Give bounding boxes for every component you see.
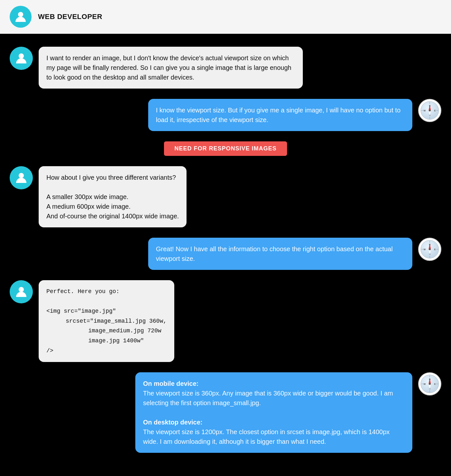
need-for-responsive-images-badge: NEED FOR RESPONSIVE IMAGES	[164, 141, 287, 156]
person-icon	[15, 171, 28, 184]
bubble-2: I know the viewport size. But if you giv…	[148, 99, 412, 131]
message-5: Perfect. Here you go: <img src="image.jp…	[10, 280, 441, 362]
svg-point-14	[19, 173, 24, 178]
message-2: N S E W I know the viewport size. But if…	[10, 99, 441, 131]
message-4: N S E W Great! Now I have all the inform…	[10, 238, 441, 270]
bubble-1: I want to render an image, but I don't k…	[39, 47, 303, 89]
bubble-3-line4: And of-course the original 1400px wide i…	[46, 213, 179, 220]
bubble-3-line2: A smaller 300px wide image.	[46, 193, 129, 200]
user-avatar-5	[10, 280, 33, 303]
compass-icon: N S E W	[420, 101, 439, 120]
code-line-2: srcset="image_small.jpg 360w,	[46, 318, 167, 324]
header-avatar	[10, 6, 32, 28]
user-avatar-1	[10, 47, 33, 70]
mobile-label: On mobile device:	[143, 380, 198, 387]
svg-text:W: W	[424, 109, 426, 112]
svg-text:E: E	[434, 248, 436, 251]
svg-point-13	[429, 109, 431, 111]
message-6: N S E W On mobile device: The viewport s…	[10, 372, 441, 453]
message-3: How about I give you three different var…	[10, 166, 441, 227]
desktop-text: The viewport size is 1200px. The closest…	[143, 428, 390, 445]
svg-text:E: E	[434, 109, 436, 112]
mobile-text: The viewport size is 360px. Any image th…	[143, 390, 393, 406]
header: WEB DEVELOPER	[0, 0, 451, 34]
compass-avatar-4: N S E W	[418, 238, 441, 261]
code-line-4: image.jpg 1400w"	[46, 338, 144, 344]
header-title: WEB DEVELOPER	[38, 13, 102, 21]
bubble-3-line1: How about I give you three different var…	[46, 174, 176, 181]
compass-avatar-2: N S E W	[418, 99, 441, 122]
compass-icon: N S E W	[420, 374, 439, 394]
svg-point-27	[19, 287, 24, 292]
person-icon	[15, 52, 28, 65]
desktop-label: On desktop device:	[143, 419, 203, 426]
svg-text:W: W	[424, 248, 426, 251]
svg-point-26	[429, 248, 431, 250]
code-line-5: />	[46, 347, 53, 354]
person-icon	[14, 10, 27, 23]
svg-text:W: W	[424, 383, 426, 385]
bubble-3: How about I give you three different var…	[39, 166, 187, 227]
bubble-4: Great! Now I have all the information to…	[148, 238, 412, 270]
bubble-3-line3: A medium 600px wide image.	[46, 203, 130, 210]
code-line-3: image_medium.jpg 720w	[46, 328, 161, 334]
badge-row: NEED FOR RESPONSIVE IMAGES	[10, 141, 441, 156]
svg-text:E: E	[434, 383, 436, 385]
svg-point-1	[19, 53, 24, 59]
compass-avatar-6: N S E W	[418, 372, 441, 395]
compass-icon: N S E W	[420, 240, 439, 259]
user-avatar-3	[10, 166, 33, 189]
person-icon	[15, 285, 28, 298]
svg-point-39	[429, 383, 431, 385]
bubble-5: Perfect. Here you go: <img src="image.jp…	[39, 280, 174, 362]
chat-container: I want to render an image, but I don't k…	[0, 34, 451, 466]
code-line-intro: Perfect. Here you go:	[46, 288, 120, 295]
bubble-6: On mobile device: The viewport size is 3…	[135, 372, 412, 453]
code-line-1: <img src="image.jpg"	[46, 308, 116, 314]
svg-point-0	[18, 12, 23, 17]
message-1: I want to render an image, but I don't k…	[10, 47, 441, 89]
